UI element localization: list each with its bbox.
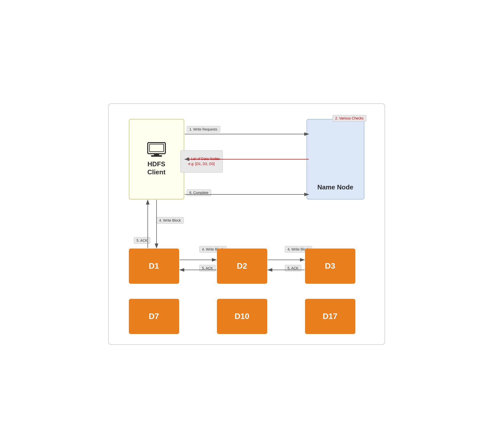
list-data-nodes-label: 3. List of Data Nodese.g: [D1, D2, D3] [180,150,223,173]
data-node-d2-label: D2 [237,261,247,271]
data-node-d10: D10 [217,299,267,334]
data-node-d2: D2 [217,249,267,284]
data-node-d1: D1 [129,249,179,284]
hdfs-client-label: HDFS Client [147,160,165,176]
data-node-d1-label: D1 [149,261,159,271]
write-block-client-d1-label: 4. Write Block [157,217,184,224]
ack-d2-d1-label: 5. ACK [199,265,216,271]
write-requests-label: 1. Write Requests [187,126,220,133]
name-node-label: Name Node [317,183,353,191]
data-node-d7: D7 [129,299,179,334]
ack-d3-d2-label: 5. ACK [285,265,301,271]
data-node-d3: D3 [305,249,355,284]
ack-d1-client-label: 5. ACK [134,237,150,244]
svg-rect-3 [151,155,162,157]
svg-rect-2 [154,154,159,155]
data-node-d3-label: D3 [325,261,335,271]
data-node-d10-label: D10 [235,312,249,321]
computer-icon [146,142,167,157]
data-node-d7-label: D7 [149,312,159,321]
svg-rect-1 [149,144,164,152]
name-node-box: 2. Various Checks Name Node [307,119,364,199]
complete-label: 6. Complete [187,189,211,196]
diagram-container: HDFS Client 2. Various Checks Name Node … [108,103,385,345]
hdfs-client-box: HDFS Client [129,119,184,199]
data-node-d17: D17 [305,299,355,334]
list-data-nodes-text: 3. List of Data Nodese.g: [D1, D2, D3] [187,157,220,166]
data-node-d17-label: D17 [323,312,337,321]
various-checks-badge: 2. Various Checks [332,115,366,121]
